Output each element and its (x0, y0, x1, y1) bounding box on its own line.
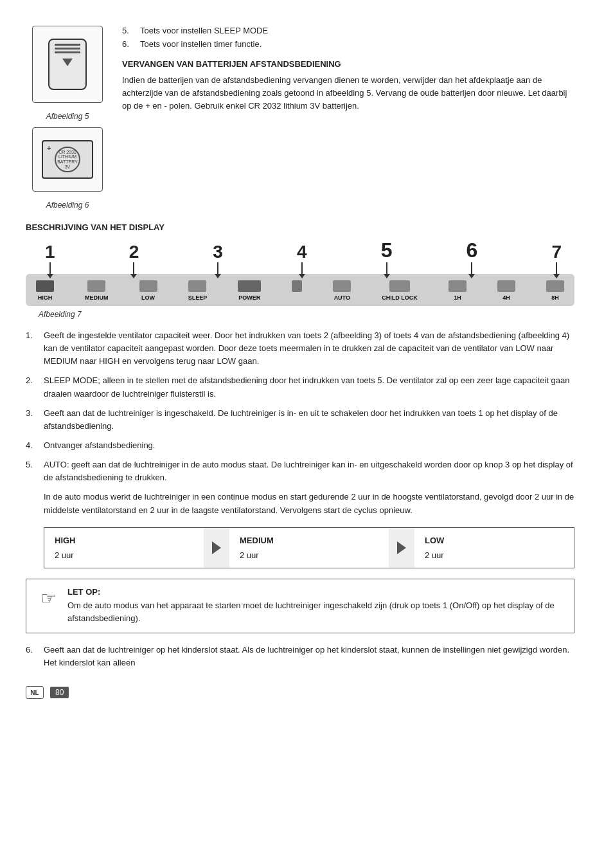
seg-low: LOW (139, 280, 157, 301)
seg-power: POWER (238, 280, 261, 301)
disp-num-7: 7 (551, 242, 562, 262)
fig5-caption: Afbeelding 5 (46, 112, 89, 121)
1h-label: 1H (454, 294, 461, 301)
plus-sign: + (47, 144, 51, 152)
disp-num-5: 5 (381, 239, 393, 262)
seg-sleep: SLEEP (188, 280, 208, 301)
top-section: Afbeelding 5 + CR 2032LITHIUMBATTERY3V A… (26, 26, 574, 210)
4h-indicator (497, 280, 515, 292)
fig6-caption: Afbeelding 6 (46, 201, 89, 210)
seg-medium: MEDIUM (85, 280, 109, 301)
display-title: BESCHRIJVING VAN HET DISPLAY (26, 222, 574, 232)
right-content: 5. Toets voor instellen SLEEP MODE 6. To… (122, 26, 574, 210)
remote-line (55, 44, 80, 46)
list-item: 6. Toets voor instellen timer functie. (122, 39, 574, 49)
battery-section: VERVANGEN VAN BATTERIJEN AFSTANDSBEDIENI… (122, 59, 574, 113)
sleep-indicator (188, 280, 206, 292)
seg-childlock: CHILD LOCK (382, 280, 418, 301)
cycle-box-medium: MEDIUM 2 uur (229, 528, 389, 568)
low-label: LOW (141, 294, 155, 301)
8h-label: 8H (551, 294, 559, 301)
cycle-high-title: HIGH (55, 536, 193, 545)
intro-list: 5. Toets voor instellen SLEEP MODE 6. To… (122, 26, 574, 49)
cycle-box-high: HIGH 2 uur (44, 528, 204, 568)
display-diagram-wrapper: 1 2 3 (26, 239, 574, 306)
seg-4h: 4H (497, 280, 515, 301)
desc-num-6: 6. (26, 644, 37, 669)
note-text: Om de auto modus van het apparaat te sta… (67, 599, 564, 625)
desc-item-5: 5. AUTO: geeft aan dat de luchtreiniger … (26, 458, 574, 484)
display-panel: HIGH MEDIUM LOW SLEEP (26, 274, 574, 306)
cycle-medium-title: MEDIUM (240, 536, 378, 545)
battery-text: Indien de batterijen van de afstandsbedi… (122, 74, 574, 113)
figure-6-box: + CR 2032LITHIUMBATTERY3V (32, 127, 103, 192)
desc-num-3: 3. (26, 407, 37, 433)
cycle-arrow-1 (204, 528, 229, 568)
childlock-label: CHILD LOCK (382, 294, 418, 301)
disp-num-3: 3 (213, 242, 223, 262)
desc-num-1: 1. (26, 329, 37, 368)
high-indicator (36, 280, 54, 292)
left-figures: Afbeelding 5 + CR 2032LITHIUMBATTERY3V A… (26, 26, 109, 210)
cycle-low-sub: 2 uur (425, 550, 564, 560)
desc-text-1: Geeft de ingestelde ventilator capacitei… (44, 329, 574, 368)
remote-lines (55, 44, 80, 53)
medium-label: MEDIUM (85, 294, 109, 301)
remote-arrow (62, 59, 73, 66)
item-number: 5. (122, 26, 135, 35)
seg-1h: 1H (449, 280, 466, 301)
display-section: BESCHRIJVING VAN HET DISPLAY 1 2 (26, 222, 574, 319)
receiver-indicator (292, 280, 302, 292)
disp-num-2: 2 (129, 242, 139, 262)
cycle-diagram: HIGH 2 uur MEDIUM 2 uur LOW 2 uur (44, 527, 574, 568)
list-item: 5. Toets voor instellen SLEEP MODE (122, 26, 574, 35)
8h-indicator (546, 280, 564, 292)
desc-num-2: 2. (26, 374, 37, 400)
power-label: POWER (238, 294, 260, 301)
cycle-box-low: LOW 2 uur (414, 528, 574, 568)
nl-badge: NL (26, 686, 44, 699)
page: Afbeelding 5 + CR 2032LITHIUMBATTERY3V A… (0, 0, 613, 868)
seg-receiver (292, 280, 302, 301)
note-content: LET OP: Om de auto modus van het apparaa… (67, 587, 564, 625)
cycle-low-title: LOW (425, 536, 564, 545)
auto-indicator (333, 280, 351, 292)
fig7-caption: Afbeelding 7 (39, 310, 574, 319)
auto-label: AUTO (334, 294, 350, 301)
4h-label: 4H (502, 294, 510, 301)
desc-item-4: 4. Ontvanger afstandsbediening. (26, 439, 574, 452)
receiver-label (296, 294, 298, 301)
childlock-indicator (389, 280, 410, 292)
low-indicator (139, 280, 157, 292)
arrow-right-icon (212, 541, 221, 554)
desc-item-2: 2. SLEEP MODE; alleen in te stellen met … (26, 374, 574, 400)
footer: NL 80 (26, 682, 574, 699)
battery-title: VERVANGEN VAN BATTERIJEN AFSTANDSBEDIENI… (122, 59, 574, 69)
desc-num-5: 5. (26, 458, 37, 484)
desc-list: 1. Geeft de ingestelde ventilator capaci… (26, 329, 574, 484)
note-title: LET OP: (67, 587, 564, 597)
seg-8h: 8H (546, 280, 564, 301)
disp-num-4: 4 (297, 242, 307, 262)
seg-high: HIGH (36, 280, 54, 301)
disp-num-6: 6 (466, 239, 478, 262)
desc-text-6: Geeft aan dat de luchtreiniger op het ki… (44, 644, 574, 669)
cycle-arrow-2 (389, 528, 414, 568)
battery-circle: CR 2032LITHIUMBATTERY3V (55, 147, 80, 172)
auto-extra-text: In de auto modus werkt de luchtreiniger … (44, 491, 574, 516)
item-text: Toets voor instellen SLEEP MODE (140, 26, 268, 35)
item-number: 6. (122, 39, 135, 49)
power-indicator (238, 280, 261, 292)
remote-line (55, 51, 80, 53)
high-label: HIGH (38, 294, 53, 301)
desc-item-6: 6. Geeft aan dat de luchtreiniger op het… (26, 644, 574, 669)
desc-text-4: Ontvanger afstandsbediening. (44, 439, 155, 452)
remote-illustration (48, 39, 87, 90)
remote-line (55, 48, 80, 50)
figure-5-box (32, 26, 103, 103)
page-number: 80 (50, 687, 69, 698)
cycle-medium-sub: 2 uur (240, 550, 378, 560)
1h-indicator (449, 280, 466, 292)
note-box: ☞ LET OP: Om de auto modus van het appar… (26, 579, 574, 633)
battery-tray: + CR 2032LITHIUMBATTERY3V (42, 140, 93, 179)
